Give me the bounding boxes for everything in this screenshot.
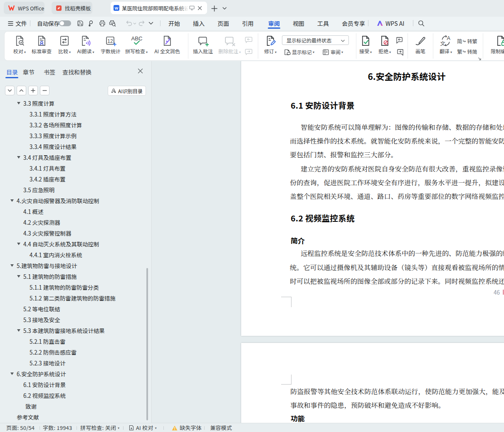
- outline-item[interactable]: 4.2 火灾探测器: [0, 217, 149, 228]
- sidebar-scrollbar-thumb[interactable]: [146, 268, 148, 420]
- document-page-47[interactable]: [241, 343, 504, 423]
- to-traditional-button[interactable]: 简 转繁: [457, 37, 477, 45]
- menu-item-page[interactable]: 页面: [217, 19, 229, 27]
- spell-check-button[interactable]: ABC 拼写检查▾: [124, 36, 149, 55]
- outline-item[interactable]: 5.3 本建筑防雷接地系统设计结果: [0, 325, 149, 336]
- missing-font-warning[interactable]: 缺失字体: [172, 425, 202, 431]
- tab-wps-home[interactable]: WPS Office: [4, 2, 44, 14]
- outline-item[interactable]: 3.3.3 照度计算示例: [0, 130, 149, 141]
- collapse-arrow-icon[interactable]: [17, 156, 20, 159]
- file-menu[interactable]: 文件: [8, 19, 27, 27]
- accept-revision-button[interactable]: 接受▾: [356, 36, 375, 55]
- doc-paragraph-line[interactable]: 事故和事件的隐患，预防破坏和避免造成不好影响。: [290, 402, 445, 408]
- outline-item[interactable]: 参考文献: [0, 412, 149, 422]
- doc-paragraph-line[interactable]: 统。它可以通过摄像机及其辅助设备（镜头等）直接观看被监视场所的情况: [290, 264, 504, 271]
- close-tab-icon[interactable]: [198, 6, 202, 10]
- doc-paragraph-line[interactable]: 时可以把被监视场所的图像全部或部分的记录下来。同时视频监控系统还可: [290, 278, 504, 284]
- new-tab-button[interactable]: [210, 4, 218, 12]
- reject-revision-button[interactable]: 拒绝▾: [376, 36, 394, 55]
- previous-revision-icon[interactable]: [395, 36, 404, 44]
- doc-paragraph-line[interactable]: 防盗报警等其他安全技术防范体系联动运行，使防范能力更加强大，能及时: [290, 388, 504, 395]
- track-changes-button[interactable]: 修订▾: [261, 36, 279, 55]
- outline-item[interactable]: 5.2.1 防直击雷: [0, 336, 149, 347]
- collapse-arrow-icon[interactable]: [10, 372, 14, 375]
- pen-button[interactable]: 画笔: [412, 36, 429, 55]
- outline-item[interactable]: 4.火灾自动报警器及消防联动控制: [0, 195, 149, 206]
- tab-document-active[interactable]: W 某医院住院部照明配电系统设: [111, 2, 207, 14]
- more-commands-chevron-icon[interactable]: [148, 22, 153, 25]
- translate-button[interactable]: 文A 翻译▾: [437, 36, 455, 55]
- menu-item-reference[interactable]: 引用: [242, 19, 254, 27]
- doc-paragraph-line[interactable]: 智能安防系统可以简单理解为：图像的传输和存储、数据的存储和处理: [301, 124, 504, 130]
- outline-item[interactable]: 5.1 建筑物的防雷措施: [0, 271, 149, 282]
- save-icon[interactable]: [77, 20, 84, 27]
- collapse-arrow-icon[interactable]: [10, 199, 14, 202]
- collapse-arrow-icon[interactable]: [17, 275, 20, 278]
- collapse-arrow-icon[interactable]: [10, 264, 14, 267]
- doc-subheading-intro[interactable]: 简介: [291, 237, 305, 244]
- outline-item[interactable]: 5.1.2 第二类防雷建筑物的防雷措施: [0, 293, 149, 303]
- menu-item-membership[interactable]: 会员专享: [342, 19, 365, 27]
- standard-review-button[interactable]: 标准审查: [30, 36, 53, 55]
- ai-read-aloud-button[interactable]: AI朗读▾: [74, 36, 97, 55]
- ai-recognize-toc-button[interactable]: AI识别目录: [108, 86, 146, 96]
- print-icon[interactable]: [99, 20, 106, 27]
- outline-item[interactable]: 6.2 视频监控系统: [0, 390, 149, 401]
- outline-item[interactable]: 5.1.1 建筑物的防雷防雷分类: [0, 282, 149, 293]
- outline-item[interactable]: 3.3 照度计算: [0, 101, 149, 109]
- previous-heading-button[interactable]: [17, 86, 26, 95]
- expand-all-button[interactable]: [28, 86, 38, 95]
- doc-chapter-title[interactable]: 6.安全防护系统设计: [291, 72, 504, 81]
- outline-item[interactable]: 致谢: [0, 401, 149, 412]
- collapse-all-button[interactable]: [40, 86, 49, 95]
- menu-item-view[interactable]: 视图: [293, 19, 304, 27]
- menu-item-home[interactable]: 开始: [168, 19, 180, 27]
- doc-paragraph-line[interactable]: 份的查询，促进医院工作环境安全有序进行，服务水平进一提升，拟建设一: [290, 179, 504, 186]
- autosave-toggle[interactable]: [59, 20, 71, 26]
- menu-item-tools[interactable]: 工具: [317, 19, 329, 27]
- tab-docer-templates[interactable]: 找稻壳模板: [52, 2, 92, 14]
- word-count-indicator[interactable]: 字数: 19943: [43, 425, 72, 431]
- to-simplified-button[interactable]: 繁 转简: [457, 48, 477, 55]
- restrict-editing-button[interactable]: 限制编辑: [489, 36, 504, 55]
- next-revision-icon[interactable]: [395, 48, 404, 56]
- monitor-icon[interactable]: [189, 5, 195, 10]
- outline-item[interactable]: 6.安全防护系统设计: [0, 368, 149, 379]
- wps-ai-button[interactable]: WPS AI: [377, 19, 404, 27]
- collapse-arrow-icon[interactable]: [17, 243, 20, 245]
- outline-item[interactable]: 3.4.1 灯具布置: [0, 163, 149, 174]
- review-pane-button[interactable]: 审阅▾: [322, 48, 343, 56]
- sidebar-tab-contents[interactable]: 目录: [6, 68, 18, 76]
- menu-item-review-active[interactable]: 审阅: [268, 19, 280, 27]
- outline-item[interactable]: 6.1 安防设计背景: [0, 379, 149, 390]
- next-heading-button[interactable]: [5, 86, 15, 95]
- proofread-button[interactable]: 校对▾: [10, 36, 30, 55]
- markup-state-dropdown[interactable]: 显示标记的最终状态: [282, 35, 349, 45]
- outline-item[interactable]: 4.4.1 室内消火栓系统: [0, 249, 149, 260]
- outline-item[interactable]: 3.4 灯具及插座布置: [0, 152, 149, 163]
- outline-item[interactable]: 3.4.2 插座布置: [0, 174, 149, 184]
- doc-paragraph-line[interactable]: 建立完善的安防系统对医院自身安全防范有很大改善，重视监控录像资: [301, 165, 504, 172]
- page-indicator[interactable]: 页面: 50/54: [6, 425, 35, 431]
- outline-item[interactable]: 3.3.2 各场所照度计算: [0, 119, 149, 130]
- outline-item[interactable]: 3.3.1 照度计算方法: [0, 109, 149, 119]
- doc-heading-6-2[interactable]: 6.2 视频监控系统: [291, 214, 355, 222]
- tab-list-chevron-icon[interactable]: [220, 4, 229, 12]
- ai-proofread-status[interactable]: AI 校对▾: [128, 425, 157, 431]
- sidebar-tab-find-replace[interactable]: 查找和替换: [62, 68, 91, 76]
- show-markup-button[interactable]: 显示标记▾: [284, 48, 314, 56]
- outline-item[interactable]: 4.1 概述: [0, 206, 149, 217]
- sidebar-tab-bookmarks[interactable]: 书签: [44, 68, 55, 76]
- doc-heading-6-1[interactable]: 6.1 安防设计背景: [291, 101, 355, 109]
- menu-item-insert[interactable]: 插入: [193, 19, 205, 27]
- ai-polish-button[interactable]: AI 全文润色: [151, 36, 183, 55]
- doc-paragraph-line[interactable]: 要包括门禁、报警和监控三大部分。: [290, 151, 398, 158]
- group-expand-icon[interactable]: [478, 57, 482, 61]
- outline-item[interactable]: 4.4 自动灭火系统及其联动控制: [0, 238, 149, 249]
- compare-button[interactable]: 比较▾: [55, 36, 74, 55]
- compatibility-mode-badge[interactable]: 兼容模式: [210, 425, 232, 431]
- collapse-arrow-icon[interactable]: [17, 102, 20, 104]
- close-sidebar-icon[interactable]: [138, 68, 143, 74]
- collapse-arrow-icon[interactable]: [17, 329, 20, 332]
- doc-paragraph-line[interactable]: 盖整个医院相关环境、通道、路口、药房等重要部位的数字网络视频监控: [290, 193, 504, 199]
